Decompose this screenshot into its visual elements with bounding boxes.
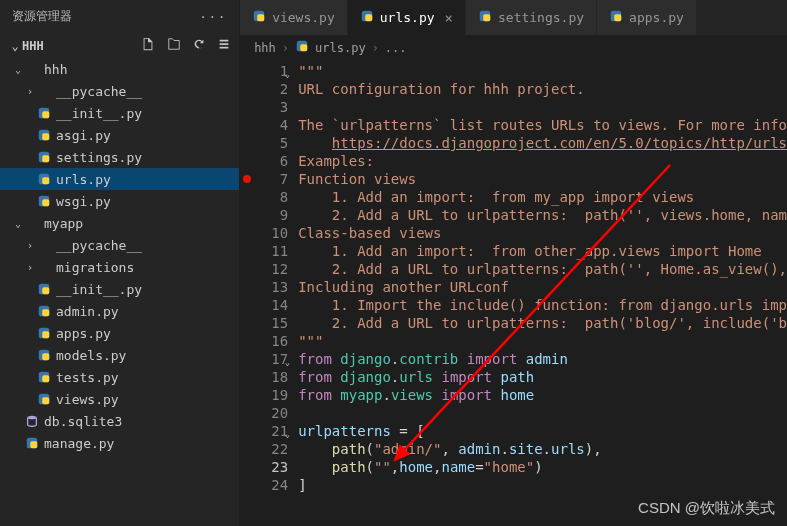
project-header[interactable]: ⌄ HHH [0, 33, 239, 58]
breakpoint-margin[interactable] [240, 60, 254, 526]
breadcrumb[interactable]: hhh›urls.py›... [240, 35, 787, 60]
more-icon[interactable]: ··· [199, 10, 227, 24]
breakpoint-slot[interactable] [240, 296, 254, 314]
tree-item[interactable]: ›__pycache__ [0, 80, 239, 102]
editor-tab[interactable]: apps.py [597, 0, 697, 35]
breakpoint-slot[interactable] [240, 278, 254, 296]
line-number: 15 [254, 314, 288, 332]
code-line[interactable]: 1. Add an import: from my_app import vie… [298, 188, 787, 206]
file-tree[interactable]: ⌄hhh›__pycache____init__.pyasgi.pysettin… [0, 58, 239, 526]
svg-rect-11 [42, 287, 49, 294]
breakpoint-slot[interactable] [240, 80, 254, 98]
code-line[interactable]: 2. Add a URL to urlpatterns: path('', Ho… [298, 260, 787, 278]
line-number: 3 [254, 98, 288, 116]
tree-item[interactable]: ›__pycache__ [0, 234, 239, 256]
code-line[interactable]: """ [298, 332, 787, 350]
svg-rect-19 [42, 375, 49, 382]
project-actions[interactable] [137, 37, 231, 54]
breakpoint-slot[interactable] [240, 170, 254, 188]
tree-item[interactable]: ⌄myapp [0, 212, 239, 234]
new-file-icon[interactable] [141, 37, 155, 51]
code-editor[interactable]: 1⌄234567891011121314151617⌄18192021⌄2223… [240, 60, 787, 526]
breadcrumb-item[interactable]: ... [385, 41, 407, 55]
sidebar-header: 资源管理器 ··· [0, 0, 239, 33]
code-line[interactable]: Examples: [298, 152, 787, 170]
refresh-icon[interactable] [192, 37, 206, 51]
tree-item[interactable]: apps.py [0, 322, 239, 344]
code-line[interactable]: from myapp.views import home [298, 386, 787, 404]
breadcrumb-item[interactable]: hhh [254, 41, 276, 55]
code-line[interactable]: The `urlpatterns` list routes URLs to vi… [298, 116, 787, 134]
breakpoint-slot[interactable] [240, 152, 254, 170]
tree-item[interactable]: __init__.py [0, 278, 239, 300]
code-line[interactable]: urlpatterns = [ [298, 422, 787, 440]
editor-tab[interactable]: views.py [240, 0, 348, 35]
breakpoint-slot[interactable] [240, 224, 254, 242]
breakpoint-slot[interactable] [240, 332, 254, 350]
breakpoint-slot[interactable] [240, 476, 254, 494]
tree-item[interactable]: asgi.py [0, 124, 239, 146]
code-line[interactable]: https://docs.djangoproject.com/en/5.0/to… [298, 134, 787, 152]
breakpoint-slot[interactable] [240, 206, 254, 224]
code-line[interactable]: from django.contrib import admin [298, 350, 787, 368]
breakpoint-slot[interactable] [240, 350, 254, 368]
breakpoint-slot[interactable] [240, 404, 254, 422]
tree-item-label: db.sqlite3 [44, 414, 122, 429]
breakpoint-slot[interactable] [240, 440, 254, 458]
tree-item[interactable]: manage.py [0, 432, 239, 454]
code-content[interactable]: """URL configuration for hhh project.The… [298, 60, 787, 526]
tree-item[interactable]: tests.py [0, 366, 239, 388]
file-icon [36, 282, 52, 296]
editor-tab[interactable]: settings.py [466, 0, 597, 35]
tree-item[interactable]: settings.py [0, 146, 239, 168]
code-line[interactable]: Class-based views [298, 224, 787, 242]
code-line[interactable]: Function views [298, 170, 787, 188]
breakpoint-slot[interactable] [240, 422, 254, 440]
breakpoint-slot[interactable] [240, 458, 254, 476]
breakpoint-slot[interactable] [240, 386, 254, 404]
breakpoint-slot[interactable] [240, 314, 254, 332]
tree-item[interactable]: urls.py [0, 168, 239, 190]
code-line[interactable]: """ [298, 62, 787, 80]
breakpoint-slot[interactable] [240, 260, 254, 278]
breakpoint-dot[interactable] [243, 175, 251, 183]
code-line[interactable]: Including another URLconf [298, 278, 787, 296]
breakpoint-slot[interactable] [240, 62, 254, 80]
tree-item[interactable]: db.sqlite3 [0, 410, 239, 432]
code-line[interactable]: 2. Add a URL to urlpatterns: path('blog/… [298, 314, 787, 332]
file-icon [36, 304, 52, 318]
breakpoint-slot[interactable] [240, 242, 254, 260]
breakpoint-slot[interactable] [240, 368, 254, 386]
tree-item[interactable]: views.py [0, 388, 239, 410]
editor-tab[interactable]: urls.py× [348, 0, 466, 35]
collapse-icon[interactable] [217, 37, 231, 51]
breadcrumb-sep: › [282, 41, 289, 55]
line-number: 18 [254, 368, 288, 386]
breadcrumb-item[interactable]: urls.py [315, 41, 366, 55]
code-line[interactable]: 1. Import the include() function: from d… [298, 296, 787, 314]
breakpoint-slot[interactable] [240, 188, 254, 206]
file-icon [36, 150, 52, 164]
code-line[interactable] [298, 98, 787, 116]
tree-item[interactable]: models.py [0, 344, 239, 366]
code-line[interactable]: path("admin/", admin.site.urls), [298, 440, 787, 458]
tab-bar[interactable]: views.pyurls.py×settings.pyapps.py [240, 0, 787, 35]
tree-item[interactable]: __init__.py [0, 102, 239, 124]
python-icon [478, 9, 492, 26]
code-line[interactable]: ] [298, 476, 787, 494]
code-line[interactable] [298, 404, 787, 422]
code-line[interactable]: URL configuration for hhh project. [298, 80, 787, 98]
tree-item[interactable]: ›migrations [0, 256, 239, 278]
breakpoint-slot[interactable] [240, 134, 254, 152]
close-icon[interactable]: × [445, 10, 453, 26]
new-folder-icon[interactable] [167, 37, 181, 51]
tree-item[interactable]: admin.py [0, 300, 239, 322]
code-line[interactable]: 1. Add an import: from other_app.views i… [298, 242, 787, 260]
code-line[interactable]: 2. Add a URL to urlpatterns: path('', vi… [298, 206, 787, 224]
tree-item[interactable]: ⌄hhh [0, 58, 239, 80]
breakpoint-slot[interactable] [240, 98, 254, 116]
breakpoint-slot[interactable] [240, 116, 254, 134]
code-line[interactable]: from django.urls import path [298, 368, 787, 386]
code-line[interactable]: path("",home,name="home") [298, 458, 787, 476]
tree-item[interactable]: wsgi.py [0, 190, 239, 212]
